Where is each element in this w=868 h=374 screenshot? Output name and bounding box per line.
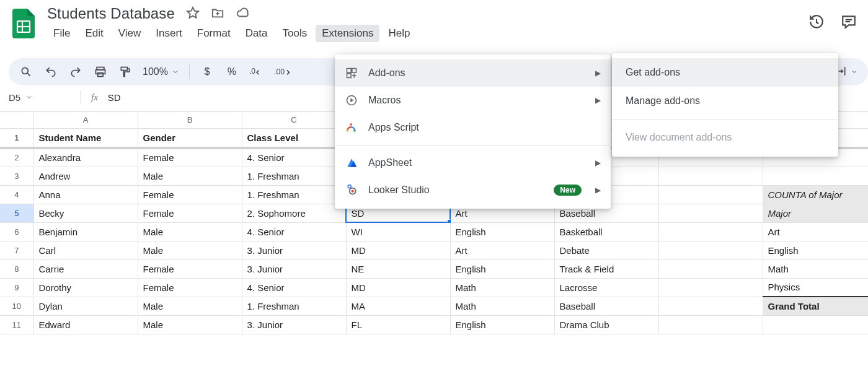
cell[interactable]: Female — [138, 278, 242, 297]
cell[interactable]: MD — [346, 278, 450, 297]
cell[interactable]: 1. Freshman — [242, 167, 346, 185]
row-header[interactable]: 11 — [0, 315, 33, 334]
cell[interactable]: 1. Freshman — [242, 297, 346, 315]
cell[interactable] — [658, 315, 763, 334]
select-all-corner[interactable] — [0, 112, 33, 128]
cell[interactable]: 4. Senior — [242, 148, 346, 167]
submenu-get-add-ons[interactable]: Get add-ons — [612, 58, 838, 87]
cell[interactable]: Female — [138, 185, 242, 204]
paint-format-icon[interactable] — [118, 63, 133, 80]
cell[interactable]: Math — [450, 278, 554, 297]
cell[interactable]: Carrie — [33, 259, 138, 278]
row-header[interactable]: 6 — [0, 222, 33, 241]
cell[interactable]: Male — [138, 222, 242, 241]
print-icon[interactable] — [93, 63, 108, 80]
chevron-down-icon[interactable] — [851, 68, 858, 76]
cell[interactable]: FL — [346, 315, 450, 334]
cell[interactable]: Dorothy — [33, 278, 138, 297]
cell[interactable] — [658, 185, 763, 204]
cell[interactable]: Baseball — [554, 297, 658, 315]
format-percent-button[interactable]: % — [224, 63, 239, 80]
cell[interactable]: Major — [763, 204, 868, 222]
menu-insert[interactable]: Insert — [149, 25, 188, 42]
sheets-logo[interactable] — [11, 7, 36, 40]
ext-menu-add-ons[interactable]: Add-ons▶ — [335, 59, 611, 87]
cell[interactable]: Female — [138, 148, 242, 167]
submenu-manage-add-ons[interactable]: Manage add-ons — [612, 87, 838, 115]
search-icon[interactable] — [19, 63, 33, 80]
cloud-status-icon[interactable] — [236, 6, 250, 22]
cell[interactable]: Math — [763, 259, 868, 278]
cell[interactable]: English — [450, 222, 554, 241]
cell[interactable]: Student Name — [33, 128, 138, 147]
cell[interactable]: 4. Senior — [242, 278, 346, 297]
cell[interactable]: Math — [450, 297, 554, 315]
cell[interactable]: 2. Sophomore — [242, 204, 346, 222]
history-icon[interactable] — [808, 14, 825, 32]
cell[interactable]: English — [450, 259, 554, 278]
cell[interactable]: Becky — [33, 204, 138, 222]
cell[interactable]: Male — [138, 167, 242, 185]
row-header[interactable]: 5 — [0, 204, 33, 222]
cell[interactable] — [658, 259, 763, 278]
col-header-A[interactable]: A — [33, 112, 138, 128]
cell[interactable]: Drama Club — [554, 315, 658, 334]
cell[interactable]: MA — [346, 297, 450, 315]
cell[interactable]: Female — [138, 259, 242, 278]
zoom-select[interactable]: 100% — [143, 66, 179, 77]
cell[interactable]: Dylan — [33, 297, 138, 315]
cell[interactable]: MD — [346, 241, 450, 259]
cell[interactable]: Male — [138, 241, 242, 259]
cell[interactable] — [763, 315, 868, 334]
row-header[interactable]: 9 — [0, 278, 33, 297]
cell[interactable] — [658, 204, 763, 222]
cell[interactable]: Alexandra — [33, 148, 138, 167]
cell[interactable]: Male — [138, 297, 242, 315]
row-header[interactable]: 10 — [0, 297, 33, 315]
cell[interactable]: Carl — [33, 241, 138, 259]
menu-format[interactable]: Format — [191, 25, 237, 42]
cell[interactable] — [658, 241, 763, 259]
cell[interactable]: Benjamin — [33, 222, 138, 241]
cell[interactable]: Art — [763, 222, 868, 241]
ext-menu-looker-studio[interactable]: Looker StudioNew▶ — [335, 176, 611, 204]
cell[interactable]: Debate — [554, 241, 658, 259]
format-currency-button[interactable]: $ — [200, 63, 215, 80]
formula-bar[interactable]: SD — [108, 92, 121, 103]
menu-help[interactable]: Help — [382, 25, 416, 42]
cell[interactable]: Grand Total — [763, 297, 868, 315]
menu-edit[interactable]: Edit — [79, 25, 109, 42]
cell[interactable]: Female — [138, 204, 242, 222]
row-header[interactable]: 7 — [0, 241, 33, 259]
menu-data[interactable]: Data — [239, 25, 274, 42]
menu-view[interactable]: View — [112, 25, 148, 42]
row-header[interactable]: 2 — [0, 148, 33, 167]
redo-icon[interactable] — [68, 63, 83, 80]
ext-menu-appsheet[interactable]: AppSheet▶ — [335, 149, 611, 176]
cell[interactable]: Lacrosse — [554, 278, 658, 297]
star-icon[interactable] — [186, 6, 200, 22]
cell[interactable]: 1. Freshman — [242, 185, 346, 204]
col-header-B[interactable]: B — [138, 112, 242, 128]
cell[interactable]: Track & Field — [554, 259, 658, 278]
menu-extensions[interactable]: Extensions — [316, 25, 379, 42]
cell[interactable]: Gender — [138, 128, 242, 147]
cell[interactable]: NE — [346, 259, 450, 278]
row-header[interactable]: 4 — [0, 185, 33, 204]
row-header[interactable]: 8 — [0, 259, 33, 278]
cell[interactable]: Art — [450, 241, 554, 259]
move-icon[interactable] — [211, 6, 224, 22]
cell[interactable] — [763, 167, 868, 185]
name-box[interactable]: D5 — [9, 92, 71, 103]
cell[interactable]: 4. Senior — [242, 222, 346, 241]
comments-icon[interactable] — [841, 14, 857, 32]
cell[interactable]: English — [450, 315, 554, 334]
cell[interactable]: Andrew — [33, 167, 138, 185]
cell[interactable]: Physics — [763, 278, 868, 297]
cell[interactable] — [658, 297, 763, 315]
cell[interactable]: Class Level — [242, 128, 346, 147]
cell[interactable]: 3. Junior — [242, 241, 346, 259]
decrease-decimal-button[interactable]: .0 — [249, 63, 264, 80]
cell[interactable]: Edward — [33, 315, 138, 334]
col-header-C[interactable]: C — [242, 112, 346, 128]
